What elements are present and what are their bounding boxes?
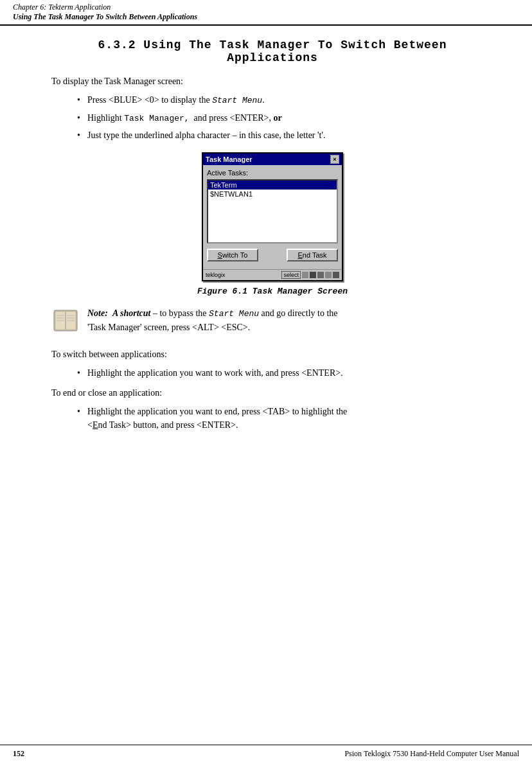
window-close-button[interactable]: × <box>330 155 339 164</box>
end-underline: E <box>93 420 98 430</box>
tasks-listbox[interactable]: TekTerm $NETWLAN1 <box>207 179 338 243</box>
note-label: Note: <box>87 308 108 318</box>
taskbar-brand: teklogix <box>206 272 226 278</box>
task-manager-code: Task Manager, <box>124 114 189 123</box>
section-label: Using The Task Manager To Switch Between… <box>13 12 519 22</box>
end-task-label: nd Task <box>303 251 327 259</box>
task-item-netwlan1[interactable]: $NETWLAN1 <box>208 190 337 199</box>
note-icon <box>51 306 80 337</box>
switch-bullet-1: Highlight the application you want to wo… <box>77 366 493 380</box>
note-shortcut: A shortcut <box>112 308 151 318</box>
bullet-3: Just type the underlined alpha character… <box>77 128 493 142</box>
switch-to-underline: S <box>218 251 222 259</box>
main-content: 6.3.2 Using The Task Manager To Switch B… <box>0 26 532 451</box>
switch-to-label: witch To <box>222 251 248 259</box>
book-icon <box>51 306 80 335</box>
end-task-button[interactable]: End Task <box>287 249 338 261</box>
figure-container: Task Manager × Active Tasks: TekTerm $NE… <box>51 152 493 296</box>
chapter-label: Chapter 6: Tekterm Application <box>13 3 519 12</box>
end-text: To end or close an application: <box>51 386 493 400</box>
switch-bullets: Highlight the application you want to wo… <box>77 366 493 380</box>
window-body: Active Tasks: TekTerm $NETWLAN1 Switch T… <box>203 165 342 269</box>
switch-text: To switch between applications: <box>51 348 493 361</box>
manual-title: Psion Teklogix 7530 Hand-Held Computer U… <box>344 749 519 759</box>
note-content: Note: A shortcut – to bypass the Start M… <box>87 306 338 334</box>
active-tasks-label: Active Tasks: <box>207 169 338 177</box>
end-bullets: Highlight the application you want to en… <box>77 405 493 432</box>
or-label: or <box>273 113 281 123</box>
end-bullet-1: Highlight the application you want to en… <box>77 405 493 432</box>
window-title: Task Manager <box>206 155 253 163</box>
end-task-underline: E <box>297 251 302 259</box>
task-manager-window: Task Manager × Active Tasks: TekTerm $NE… <box>202 152 343 281</box>
page-footer: 152 Psion Teklogix 7530 Hand-Held Comput… <box>0 745 532 763</box>
taskbar-icons: select <box>281 271 339 279</box>
select-label[interactable]: select <box>281 271 301 279</box>
start-menu-ref: Start Menu <box>212 96 262 105</box>
task-manager-titlebar: Task Manager × <box>203 154 342 165</box>
intro-text: To display the Task Manager screen: <box>51 75 493 88</box>
task-item-tekterm[interactable]: TekTerm <box>208 181 337 190</box>
taskbar-icon-1 <box>302 272 308 278</box>
page-number: 152 <box>13 749 24 759</box>
taskbar-icon-5 <box>333 272 339 278</box>
bullet-2: Highlight Task Manager, and press <ENTER… <box>77 111 493 125</box>
taskbar-icon-4 <box>325 272 332 278</box>
page-header: Chapter 6: Tekterm Application Using The… <box>0 0 532 26</box>
switch-to-button[interactable]: Switch To <box>207 249 258 261</box>
note-start-menu: Start Menu <box>209 309 259 319</box>
note-box: Note: A shortcut – to bypass the Start M… <box>51 306 493 337</box>
taskbar-icon-3 <box>317 272 324 278</box>
section-title: 6.3.2 Using The Task Manager To Switch B… <box>51 39 493 64</box>
bullet-1: Press <BLUE> <0> to display the Start Me… <box>77 93 493 107</box>
taskbar-icon-2 <box>310 272 316 278</box>
intro-bullets: Press <BLUE> <0> to display the Start Me… <box>77 93 493 142</box>
window-buttons: Switch To End Task <box>207 249 338 261</box>
figure-caption: Figure 6.1 Task Manager Screen <box>197 287 348 296</box>
window-taskbar: teklogix select <box>203 269 342 280</box>
